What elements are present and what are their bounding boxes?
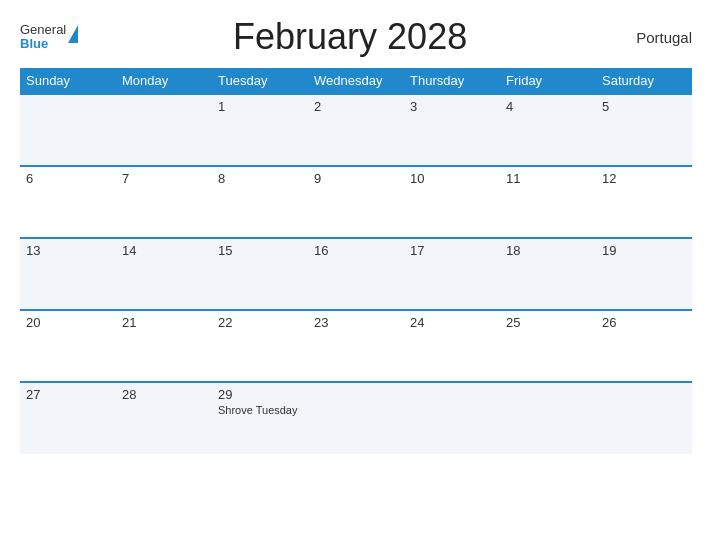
day-number: 11 xyxy=(506,171,590,186)
day-number: 24 xyxy=(410,315,494,330)
day-number: 4 xyxy=(506,99,590,114)
logo: General Blue xyxy=(20,23,78,52)
day-number: 23 xyxy=(314,315,398,330)
day-cell xyxy=(116,94,212,166)
weekday-header-tuesday: Tuesday xyxy=(212,68,308,94)
logo-general: General xyxy=(20,23,66,37)
weekday-header-saturday: Saturday xyxy=(596,68,692,94)
day-cell: 22 xyxy=(212,310,308,382)
day-cell: 20 xyxy=(20,310,116,382)
day-cell: 2 xyxy=(308,94,404,166)
day-cell: 8 xyxy=(212,166,308,238)
day-number: 26 xyxy=(602,315,686,330)
day-number: 10 xyxy=(410,171,494,186)
day-cell xyxy=(20,94,116,166)
calendar-header: SundayMondayTuesdayWednesdayThursdayFrid… xyxy=(20,68,692,94)
logo-triangle-icon xyxy=(68,25,78,43)
day-number: 29 xyxy=(218,387,302,402)
day-number: 13 xyxy=(26,243,110,258)
day-number: 1 xyxy=(218,99,302,114)
day-cell xyxy=(308,382,404,454)
day-cell: 9 xyxy=(308,166,404,238)
day-cell: 28 xyxy=(116,382,212,454)
day-number: 14 xyxy=(122,243,206,258)
day-cell: 1 xyxy=(212,94,308,166)
day-number: 20 xyxy=(26,315,110,330)
week-row-2: 6789101112 xyxy=(20,166,692,238)
day-cell: 25 xyxy=(500,310,596,382)
day-cell: 27 xyxy=(20,382,116,454)
day-cell xyxy=(500,382,596,454)
day-cell: 26 xyxy=(596,310,692,382)
day-number: 22 xyxy=(218,315,302,330)
weekday-header-sunday: Sunday xyxy=(20,68,116,94)
day-cell: 18 xyxy=(500,238,596,310)
day-cell: 16 xyxy=(308,238,404,310)
day-number: 5 xyxy=(602,99,686,114)
calendar-table: SundayMondayTuesdayWednesdayThursdayFrid… xyxy=(20,68,692,454)
day-cell: 6 xyxy=(20,166,116,238)
day-cell: 24 xyxy=(404,310,500,382)
day-number: 6 xyxy=(26,171,110,186)
day-cell: 10 xyxy=(404,166,500,238)
day-number: 2 xyxy=(314,99,398,114)
week-row-4: 20212223242526 xyxy=(20,310,692,382)
day-number: 16 xyxy=(314,243,398,258)
calendar-title: February 2028 xyxy=(78,16,622,58)
day-cell: 11 xyxy=(500,166,596,238)
day-cell: 7 xyxy=(116,166,212,238)
day-number: 21 xyxy=(122,315,206,330)
day-number: 19 xyxy=(602,243,686,258)
week-row-1: 12345 xyxy=(20,94,692,166)
day-cell: 21 xyxy=(116,310,212,382)
logo-blue: Blue xyxy=(20,37,66,51)
day-cell xyxy=(404,382,500,454)
day-number: 9 xyxy=(314,171,398,186)
day-cell: 29Shrove Tuesday xyxy=(212,382,308,454)
day-cell: 12 xyxy=(596,166,692,238)
day-cell: 13 xyxy=(20,238,116,310)
day-number: 7 xyxy=(122,171,206,186)
day-number: 18 xyxy=(506,243,590,258)
holiday-label: Shrove Tuesday xyxy=(218,404,302,416)
day-cell: 15 xyxy=(212,238,308,310)
day-cell xyxy=(596,382,692,454)
weekday-header-monday: Monday xyxy=(116,68,212,94)
day-cell: 17 xyxy=(404,238,500,310)
day-cell: 23 xyxy=(308,310,404,382)
day-number: 28 xyxy=(122,387,206,402)
day-cell: 14 xyxy=(116,238,212,310)
day-number: 17 xyxy=(410,243,494,258)
day-number: 3 xyxy=(410,99,494,114)
week-row-5: 272829Shrove Tuesday xyxy=(20,382,692,454)
weekday-row: SundayMondayTuesdayWednesdayThursdayFrid… xyxy=(20,68,692,94)
day-number: 27 xyxy=(26,387,110,402)
calendar-container: General Blue February 2028 Portugal Sund… xyxy=(0,0,712,550)
day-number: 8 xyxy=(218,171,302,186)
day-cell: 5 xyxy=(596,94,692,166)
day-number: 12 xyxy=(602,171,686,186)
day-number: 15 xyxy=(218,243,302,258)
day-cell: 19 xyxy=(596,238,692,310)
country-label: Portugal xyxy=(622,29,692,46)
header: General Blue February 2028 Portugal xyxy=(20,16,692,58)
logo-text: General Blue xyxy=(20,23,66,52)
week-row-3: 13141516171819 xyxy=(20,238,692,310)
calendar-body: 1234567891011121314151617181920212223242… xyxy=(20,94,692,454)
day-number: 25 xyxy=(506,315,590,330)
weekday-header-wednesday: Wednesday xyxy=(308,68,404,94)
weekday-header-friday: Friday xyxy=(500,68,596,94)
weekday-header-thursday: Thursday xyxy=(404,68,500,94)
day-cell: 3 xyxy=(404,94,500,166)
day-cell: 4 xyxy=(500,94,596,166)
